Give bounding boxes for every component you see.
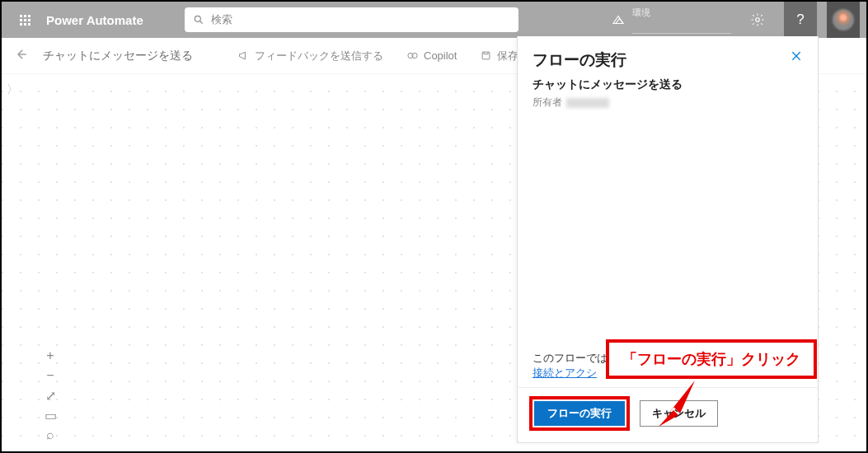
svg-point-2 xyxy=(756,18,760,22)
run-button-highlight: フローの実行 xyxy=(529,396,630,431)
search-input[interactable]: 検索 xyxy=(185,7,518,32)
feedback-button[interactable]: フィードバックを送信する xyxy=(237,49,383,63)
settings-button[interactable] xyxy=(741,2,774,38)
connections-link[interactable]: 接続とアクシ xyxy=(533,367,597,379)
zoom-out-button[interactable]: − xyxy=(38,366,63,385)
avatar-icon xyxy=(833,9,854,30)
search-icon xyxy=(193,14,204,26)
minimap-button[interactable]: ▭ xyxy=(38,405,63,425)
find-button[interactable]: ⌕ xyxy=(38,425,63,445)
svg-marker-10 xyxy=(659,410,678,427)
panel-flow-name: チャットにメッセージを送る xyxy=(533,77,803,92)
svg-rect-6 xyxy=(483,52,490,59)
close-button[interactable] xyxy=(790,49,803,71)
environment-label: 環境 xyxy=(632,7,731,19)
svg-point-0 xyxy=(195,16,200,21)
megaphone-icon xyxy=(237,49,250,62)
zoom-fit-button[interactable]: ⤢ xyxy=(38,385,63,405)
global-header: Power Automate 検索 環境 ? xyxy=(2,2,866,38)
environment-icon xyxy=(611,12,626,27)
account-button[interactable] xyxy=(827,2,860,38)
app-name: Power Automate xyxy=(46,13,143,27)
help-button[interactable]: ? xyxy=(784,2,817,38)
header-right: 環境 ? xyxy=(611,2,860,38)
collapse-handle[interactable]: 〉 xyxy=(7,82,18,97)
environment-value-blur xyxy=(632,19,731,34)
search-placeholder: 検索 xyxy=(211,12,232,27)
copilot-button[interactable]: Copilot xyxy=(406,49,457,62)
save-button[interactable]: 保存 xyxy=(480,49,518,63)
panel-owner: 所有者 xyxy=(533,96,803,110)
save-icon xyxy=(480,49,492,62)
zoom-in-button[interactable]: + xyxy=(38,346,63,366)
back-button[interactable] xyxy=(13,47,28,65)
annotation-callout: 「フローの実行」クリック xyxy=(606,339,817,379)
zoom-toolbar: + − ⤢ ▭ ⌕ xyxy=(38,346,63,445)
arrow-left-icon xyxy=(13,47,28,62)
toolbar-actions: フィードバックを送信する Copilot 保存 xyxy=(237,49,554,63)
svg-line-1 xyxy=(200,21,203,24)
gear-icon xyxy=(750,12,765,27)
svg-marker-9 xyxy=(662,381,695,422)
annotation-arrow-icon xyxy=(654,372,703,430)
environment-picker[interactable]: 環境 xyxy=(611,7,731,34)
flow-title: チャットにメッセージを送る xyxy=(43,49,193,63)
owner-value-blur xyxy=(566,98,609,108)
close-icon xyxy=(790,49,803,63)
panel-title: フローの実行 xyxy=(533,49,626,71)
copilot-icon xyxy=(406,49,419,62)
app-launcher-icon[interactable] xyxy=(8,15,41,26)
run-flow-button[interactable]: フローの実行 xyxy=(534,401,625,426)
annotation-text: 「フローの実行」クリック xyxy=(606,339,817,379)
